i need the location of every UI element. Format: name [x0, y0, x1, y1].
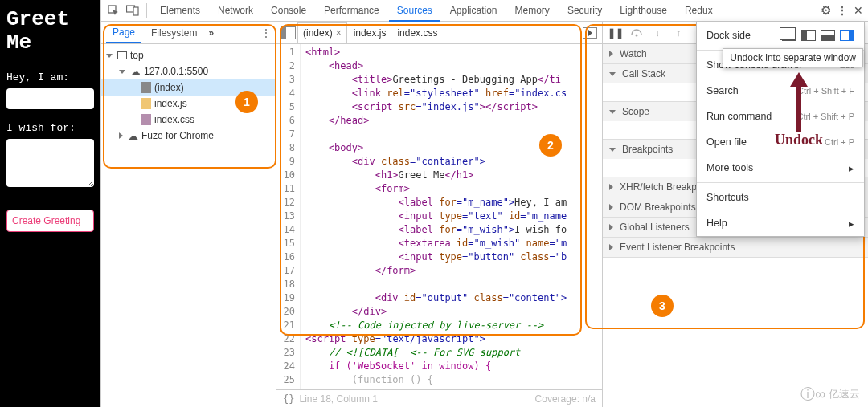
dock-bottom-button[interactable]: [821, 30, 835, 41]
navigator-kebab-icon[interactable]: ⋮: [261, 27, 271, 39]
app-title: Greet Me: [6, 8, 94, 54]
pretty-print-icon[interactable]: {}: [283, 393, 294, 405]
tab-elements[interactable]: Elements: [152, 0, 208, 21]
devtools-panel: Elements Network Console Performance Sou…: [100, 0, 868, 407]
target-app-page: Greet Me Hey, I am: I wish for: Create G…: [0, 0, 100, 407]
dock-undock-button[interactable]: [782, 30, 796, 41]
step-into-icon[interactable]: ↓: [651, 26, 664, 39]
tree-file-indexcss[interactable]: index.css: [101, 112, 276, 128]
subtab-filesystem[interactable]: Filesystem: [145, 22, 203, 43]
menu-label: Shortcuts: [706, 192, 749, 203]
toggle-navigator-icon[interactable]: [281, 26, 296, 39]
gutter: 1234567891011121314151617181920212223242…: [276, 44, 301, 389]
tab-sources[interactable]: Sources: [389, 0, 440, 22]
menu-label: Open file: [706, 136, 747, 148]
section-event-listener-breakpoints[interactable]: Event Listener Breakpoints: [603, 238, 868, 257]
sources-navigator: Page Filesystem » ⋮ top ☁ 127.0.0.1:5500: [101, 22, 276, 407]
annotation-badge-1: 1: [235, 91, 258, 113]
label-wish: I wish for:: [6, 122, 94, 134]
gear-icon[interactable]: ⚙: [821, 3, 831, 18]
undock-annotation: Undock: [775, 72, 823, 149]
watermark-text: 亿速云: [829, 387, 860, 401]
watermark: ⓘ∞ 亿速云: [800, 385, 860, 404]
device-toolbar-icon[interactable]: [124, 2, 141, 19]
coverage-status: Coverage: n/a: [535, 393, 596, 405]
create-greeting-button[interactable]: Create Greeting: [6, 210, 94, 232]
name-input[interactable]: [6, 88, 94, 109]
editor-tab-index[interactable]: (index) ×: [297, 22, 347, 43]
step-over-icon[interactable]: [630, 26, 643, 39]
editor-tabstrip: (index) × index.js index.css: [276, 22, 602, 44]
menu-label: More tools: [706, 162, 753, 173]
svg-rect-2: [133, 7, 138, 15]
section-label: Scope: [622, 106, 649, 117]
tree-origin[interactable]: ☁ 127.0.0.1:5500: [101, 63, 276, 79]
section-label: Watch: [620, 48, 647, 59]
tab-redux[interactable]: Redux: [677, 0, 721, 21]
cloud-icon: ☁: [130, 66, 141, 78]
submenu-arrow-icon: ▸: [849, 162, 854, 174]
close-devtools-icon[interactable]: ✕: [854, 4, 863, 17]
dock-side-row: Dock side: [697, 22, 864, 48]
pause-icon[interactable]: ❚❚: [609, 26, 622, 39]
menu-label: Run command: [706, 111, 772, 122]
menu-shortcut: Ctrl + P: [825, 137, 854, 147]
section-label: Call Stack: [622, 68, 665, 79]
code-editor[interactable]: 1234567891011121314151617181920212223242…: [276, 44, 602, 389]
cursor-position: Line 18, Column 1: [299, 393, 377, 405]
section-label: Global Listeners: [620, 222, 690, 233]
editor-statusbar: {} Line 18, Column 1 Coverage: n/a: [276, 389, 602, 407]
menu-help[interactable]: Help▸: [697, 210, 864, 236]
section-label: Event Listener Breakpoints: [620, 242, 735, 253]
section-label: DOM Breakpoints: [620, 201, 696, 213]
menu-label: Help: [706, 218, 727, 229]
kebab-menu-icon[interactable]: ⋮: [837, 5, 847, 16]
close-tab-icon[interactable]: ×: [336, 27, 342, 39]
tab-memory[interactable]: Memory: [507, 0, 558, 21]
tree-origin-label: 127.0.0.1:5500: [144, 66, 208, 77]
editor-tab-label: index.js: [354, 27, 387, 39]
undock-annotation-text: Undock: [775, 132, 823, 149]
tab-console[interactable]: Console: [263, 0, 314, 21]
tree-extension[interactable]: ☁ Fuze for Chrome: [101, 128, 276, 144]
dock-side-label: Dock side: [706, 30, 751, 41]
editor-tab-label: (index): [303, 27, 333, 39]
file-tree: top ☁ 127.0.0.1:5500 (index) index.js: [101, 44, 276, 407]
cloud-icon: ☁: [128, 130, 138, 142]
menu-more-tools[interactable]: More tools▸: [697, 155, 864, 181]
undock-tooltip: Undock into separate window: [723, 48, 863, 67]
editor-tab-indexjs[interactable]: index.js: [349, 23, 391, 43]
run-snippet-icon[interactable]: [583, 27, 597, 39]
arrow-up-icon: [790, 72, 808, 87]
section-label: Breakpoints: [622, 144, 673, 155]
navigator-subtabs: Page Filesystem » ⋮: [101, 22, 276, 44]
tree-file-label: index.js: [154, 98, 187, 109]
editor-tab-label: index.css: [397, 27, 437, 39]
tab-application[interactable]: Application: [442, 0, 506, 21]
tab-security[interactable]: Security: [559, 0, 610, 21]
wish-textarea[interactable]: [6, 139, 94, 187]
tab-performance[interactable]: Performance: [316, 0, 387, 21]
editor-tab-indexcss[interactable]: index.css: [392, 23, 442, 43]
subtab-page[interactable]: Page: [106, 22, 141, 43]
tab-lighthouse[interactable]: Lighthouse: [612, 0, 675, 21]
more-subtabs-icon[interactable]: »: [208, 27, 214, 39]
tab-network[interactable]: Network: [210, 0, 261, 21]
code-body: <html> <head> <title>Greetings - Debuggi…: [301, 44, 602, 389]
watermark-icon: ⓘ∞: [800, 385, 825, 404]
submenu-arrow-icon: ▸: [849, 218, 854, 230]
menu-shortcuts[interactable]: Shortcuts: [697, 185, 864, 210]
dock-right-button[interactable]: [840, 30, 854, 41]
label-name: Hey, I am:: [6, 71, 94, 83]
tree-file-label: index.css: [154, 114, 194, 125]
annotation-badge-3: 3: [651, 295, 674, 317]
sources-editor: (index) × index.js index.css 12345678910…: [276, 22, 603, 407]
svg-point-3: [636, 34, 638, 36]
tree-top-frame[interactable]: top: [101, 47, 276, 63]
step-out-icon[interactable]: ↑: [672, 26, 685, 39]
tree-file-label: (index): [154, 82, 184, 93]
inspect-element-icon[interactable]: [104, 2, 122, 19]
dock-left-button[interactable]: [801, 30, 816, 41]
menu-label: Search: [706, 85, 739, 96]
annotation-badge-2: 2: [539, 134, 562, 157]
